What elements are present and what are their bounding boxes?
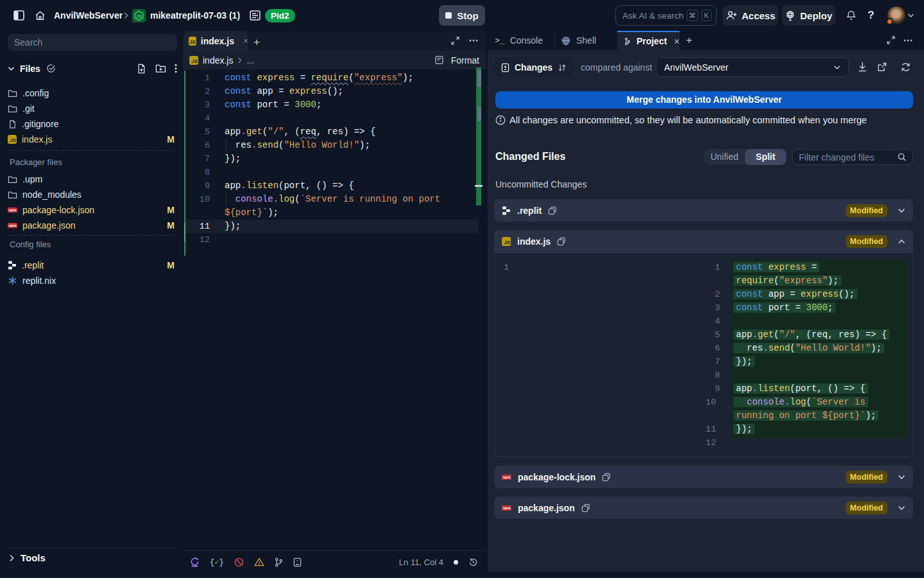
svg-text:npm: npm [9, 208, 17, 212]
svg-text:npm: npm [503, 506, 511, 510]
svg-text:JS: JS [136, 13, 142, 19]
svg-text:npm: npm [9, 223, 17, 227]
svg-text:npm: npm [503, 475, 511, 479]
